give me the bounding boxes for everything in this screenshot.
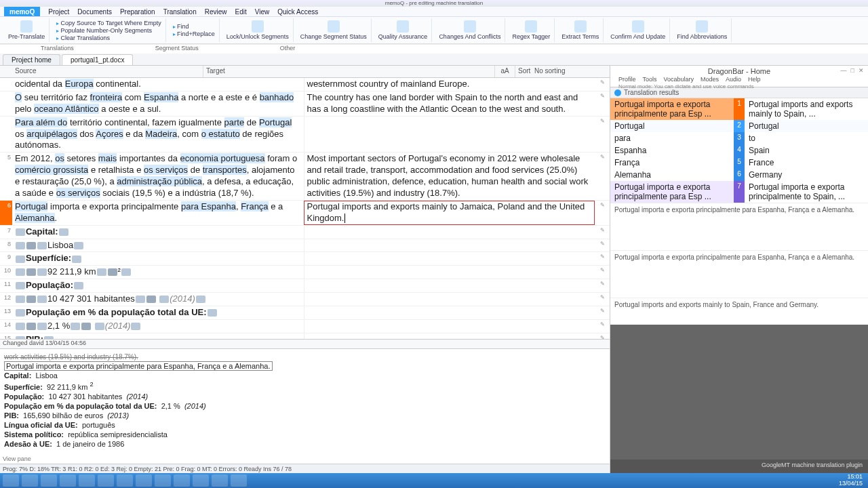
segment-source[interactable]: Portugal importa e exporta principalment… [12,201,304,225]
segment-row[interactable]: 1210 427 301 habitantes (2014)✎ [0,293,610,306]
populate-number-only[interactable]: Populate Number-Only Segments [56,27,161,34]
memoq-icon[interactable] [231,474,247,487]
max-icon[interactable]: □ [851,67,854,74]
menu-review[interactable]: Review [205,7,227,16]
segment-target[interactable]: The country has one land border with Spa… [304,92,595,116]
segment-target[interactable] [304,226,595,239]
segment-row[interactable]: 7Capital:✎ [0,226,610,239]
segment-source[interactable]: Superfície: [12,252,304,265]
min-icon[interactable]: — [841,67,847,74]
find-button[interactable]: Find [173,23,215,30]
segment-target[interactable]: Most important sectors of Portugal's eco… [304,152,595,200]
start-button[interactable] [3,474,19,487]
segment-row[interactable]: 5Em 2012, os setores mais importantes da… [0,152,610,201]
case-toggle[interactable]: aA [494,66,515,77]
dragon-vocab[interactable]: Vocabulary [664,76,694,83]
segment-row[interactable]: 9Superfície:✎ [0,252,610,266]
translation-result-row[interactable]: Espanha4Spain [610,144,868,157]
chrome2-icon[interactable] [212,474,228,487]
sort-value[interactable]: No sorting [534,67,566,75]
segment-source[interactable]: PIB: [12,333,304,339]
dragon-help[interactable]: Help [748,76,761,83]
qa-button[interactable]: Quality Assurance [374,18,433,42]
translation-result-row[interactable]: Portugal importa e exporta principalment… [610,98,868,120]
excel-icon[interactable] [193,474,209,487]
segment-target[interactable] [304,239,595,252]
segment-source[interactable]: 92 211,9 km² [12,266,304,279]
translation-result-row[interactable]: Portugal2Portugal [610,120,868,132]
segment-source[interactable]: O seu território faz fronteira com Espan… [12,92,304,116]
segment-grid[interactable]: ocidental da Europa continental.westernm… [0,78,610,339]
segment-row[interactable]: Para além do território continental, faz… [0,117,610,153]
copy-source-empty[interactable]: Copy Source To Target Where Empty [56,20,161,26]
dragon-profile[interactable]: Profile [618,76,636,83]
segment-target[interactable]: Portugal imports and exports mainly to J… [304,201,595,225]
segment-source[interactable]: Para além do território continental, faz… [12,117,304,152]
segment-row[interactable]: 1092 211,9 km²✎ [0,266,610,279]
powerpoint-icon[interactable] [79,474,95,487]
app2-icon[interactable] [98,474,114,487]
changes-conflicts-button[interactable]: Changes And Conflicts [435,18,505,42]
dragon-tools[interactable]: Tools [643,76,657,83]
segment-target[interactable] [304,333,595,339]
menu-preparation[interactable]: Preparation [120,7,155,16]
segment-target[interactable] [304,293,595,306]
translation-result-row[interactable]: Portugal importa e exporta principalment… [610,181,868,203]
menu-translation[interactable]: Translation [163,7,197,16]
segment-source[interactable]: População: [12,279,304,292]
segment-source[interactable]: Lisboa [12,239,304,252]
segment-row[interactable]: 13População em % da população total da U… [0,306,610,320]
segment-source[interactable]: Capital: [12,226,304,239]
menu-project[interactable]: Project [48,7,69,16]
android-icon[interactable] [174,474,190,487]
segment-target[interactable] [304,117,595,152]
menu-documents[interactable]: Documents [77,7,112,16]
magnifier-icon[interactable] [117,474,133,487]
segment-target[interactable] [304,306,595,319]
segment-target[interactable] [304,320,595,333]
segment-row[interactable]: 15PIB:✎ [0,333,610,339]
segment-target[interactable] [304,266,595,279]
segment-source[interactable]: ocidental da Europa continental. [12,78,304,91]
confirm-update-button[interactable]: Confirm And Update [606,18,670,42]
chrome-icon[interactable] [136,474,152,487]
menu-quick-access[interactable]: Quick Access [277,7,318,16]
change-status-button[interactable]: Change Segment Status [296,18,372,42]
explorer-icon[interactable] [22,474,38,487]
segment-source[interactable]: 10 427 301 habitantes (2014) [12,293,304,306]
translation-result-row[interactable]: Alemanha6Germany [610,169,868,181]
menu-edit[interactable]: Edit [235,7,247,16]
find-replace-button[interactable]: Find+Replace [173,30,215,37]
dragon-modes[interactable]: Modes [701,76,719,83]
translation-results-list[interactable]: Portugal importa e exporta principalment… [610,98,868,203]
pre-translate-button[interactable]: Pre-Translate [4,18,50,42]
segment-source[interactable]: 2,1 % (2014) [12,320,304,333]
taskbar[interactable]: 15:0113/04/15 [0,473,868,488]
dragon-audio[interactable]: Audio [726,76,741,83]
segment-row[interactable]: ocidental da Europa continental.westernm… [0,78,610,92]
close-icon[interactable]: ✕ [859,67,864,74]
translation-result-row[interactable]: para3to [610,132,868,144]
extract-terms-button[interactable]: Extract Terms [557,18,604,42]
segment-target[interactable] [304,279,595,292]
segment-target[interactable] [304,252,595,265]
lock-unlock-button[interactable]: Lock/Unlock Segments [222,18,294,42]
segment-row[interactable]: O seu território faz fronteira com Espan… [0,92,610,117]
app-icon[interactable] [41,474,57,487]
tab-project-home[interactable]: Project home [3,54,60,65]
segment-row[interactable]: 142,1 % (2014)✎ [0,320,610,333]
translation-result-row[interactable]: França5France [610,157,868,169]
skype-icon[interactable] [155,474,171,487]
regex-tagger-button[interactable]: Regex Tagger [508,18,555,42]
segment-row[interactable]: 11População:✎ [0,279,610,293]
clear-translations[interactable]: Clear Translations [56,35,161,41]
segment-source[interactable]: Em 2012, os setores mais importantes da … [12,152,304,200]
segment-row[interactable]: 6Portugal importa e exporta principalmen… [0,201,610,226]
menu-view[interactable]: View [255,7,270,16]
segment-row[interactable]: 8Lisboa✎ [0,239,610,253]
tab-document[interactable]: portugal1_pt.docx [62,54,134,65]
segment-target[interactable]: westernmost country of mainland Europe. [304,78,595,91]
segment-source[interactable]: População em % da população total da UE: [12,306,304,319]
find-abbrev-button[interactable]: Find Abbreviations [673,18,732,42]
word-icon[interactable] [60,474,76,487]
